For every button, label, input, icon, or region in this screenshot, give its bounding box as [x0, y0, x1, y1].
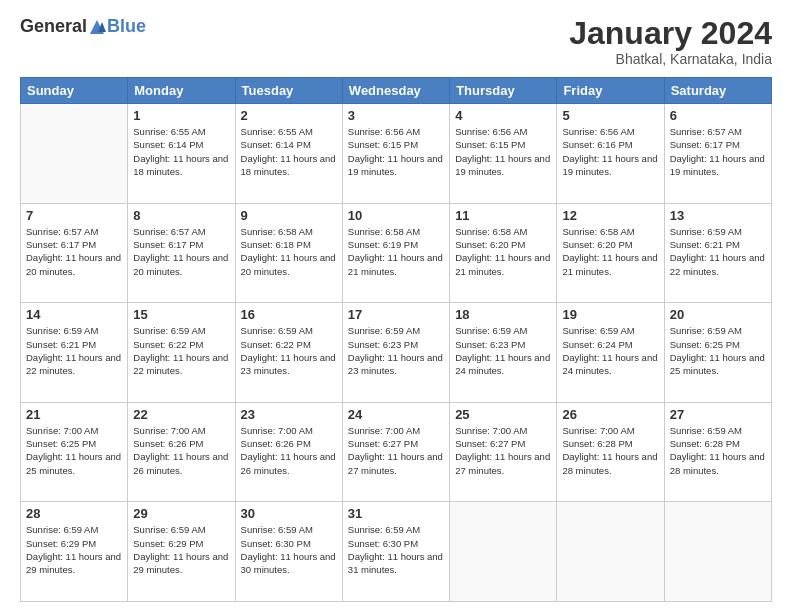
weekday-header: Thursday [450, 78, 557, 104]
day-info: Sunrise: 6:56 AMSunset: 6:16 PMDaylight:… [562, 125, 658, 178]
calendar-cell: 20Sunrise: 6:59 AMSunset: 6:25 PMDayligh… [664, 303, 771, 403]
day-number: 7 [26, 208, 122, 223]
day-number: 14 [26, 307, 122, 322]
calendar-cell: 18Sunrise: 6:59 AMSunset: 6:23 PMDayligh… [450, 303, 557, 403]
header: General Blue January 2024 Bhatkal, Karna… [20, 16, 772, 67]
day-info: Sunrise: 6:57 AMSunset: 6:17 PMDaylight:… [670, 125, 766, 178]
day-number: 16 [241, 307, 337, 322]
day-info: Sunrise: 6:59 AMSunset: 6:29 PMDaylight:… [26, 523, 122, 576]
day-info: Sunrise: 6:57 AMSunset: 6:17 PMDaylight:… [26, 225, 122, 278]
day-number: 6 [670, 108, 766, 123]
logo-blue-text: Blue [107, 16, 146, 37]
location-subtitle: Bhatkal, Karnataka, India [569, 51, 772, 67]
day-number: 26 [562, 407, 658, 422]
day-number: 20 [670, 307, 766, 322]
calendar-cell: 28Sunrise: 6:59 AMSunset: 6:29 PMDayligh… [21, 502, 128, 602]
day-info: Sunrise: 6:59 AMSunset: 6:30 PMDaylight:… [241, 523, 337, 576]
day-number: 11 [455, 208, 551, 223]
day-number: 17 [348, 307, 444, 322]
day-number: 30 [241, 506, 337, 521]
day-info: Sunrise: 6:59 AMSunset: 6:29 PMDaylight:… [133, 523, 229, 576]
logo-general-text: General [20, 16, 87, 37]
calendar-cell [21, 104, 128, 204]
day-info: Sunrise: 6:58 AMSunset: 6:20 PMDaylight:… [562, 225, 658, 278]
calendar-cell: 8Sunrise: 6:57 AMSunset: 6:17 PMDaylight… [128, 203, 235, 303]
calendar-cell: 30Sunrise: 6:59 AMSunset: 6:30 PMDayligh… [235, 502, 342, 602]
day-number: 25 [455, 407, 551, 422]
day-number: 5 [562, 108, 658, 123]
day-info: Sunrise: 7:00 AMSunset: 6:25 PMDaylight:… [26, 424, 122, 477]
day-number: 31 [348, 506, 444, 521]
day-info: Sunrise: 6:55 AMSunset: 6:14 PMDaylight:… [133, 125, 229, 178]
calendar-cell: 25Sunrise: 7:00 AMSunset: 6:27 PMDayligh… [450, 402, 557, 502]
calendar-cell: 23Sunrise: 7:00 AMSunset: 6:26 PMDayligh… [235, 402, 342, 502]
day-info: Sunrise: 6:58 AMSunset: 6:20 PMDaylight:… [455, 225, 551, 278]
day-info: Sunrise: 6:59 AMSunset: 6:21 PMDaylight:… [26, 324, 122, 377]
day-number: 24 [348, 407, 444, 422]
day-info: Sunrise: 6:55 AMSunset: 6:14 PMDaylight:… [241, 125, 337, 178]
calendar-cell: 19Sunrise: 6:59 AMSunset: 6:24 PMDayligh… [557, 303, 664, 403]
weekday-header: Saturday [664, 78, 771, 104]
calendar-cell: 24Sunrise: 7:00 AMSunset: 6:27 PMDayligh… [342, 402, 449, 502]
day-info: Sunrise: 7:00 AMSunset: 6:26 PMDaylight:… [241, 424, 337, 477]
weekday-header: Monday [128, 78, 235, 104]
calendar-cell: 17Sunrise: 6:59 AMSunset: 6:23 PMDayligh… [342, 303, 449, 403]
day-number: 23 [241, 407, 337, 422]
calendar-cell: 12Sunrise: 6:58 AMSunset: 6:20 PMDayligh… [557, 203, 664, 303]
calendar-cell [450, 502, 557, 602]
calendar-cell: 14Sunrise: 6:59 AMSunset: 6:21 PMDayligh… [21, 303, 128, 403]
day-number: 9 [241, 208, 337, 223]
weekday-header: Wednesday [342, 78, 449, 104]
weekday-header-row: SundayMondayTuesdayWednesdayThursdayFrid… [21, 78, 772, 104]
day-number: 18 [455, 307, 551, 322]
day-number: 29 [133, 506, 229, 521]
day-info: Sunrise: 6:59 AMSunset: 6:23 PMDaylight:… [455, 324, 551, 377]
calendar-cell: 6Sunrise: 6:57 AMSunset: 6:17 PMDaylight… [664, 104, 771, 204]
calendar-cell: 11Sunrise: 6:58 AMSunset: 6:20 PMDayligh… [450, 203, 557, 303]
day-number: 13 [670, 208, 766, 223]
day-info: Sunrise: 6:59 AMSunset: 6:25 PMDaylight:… [670, 324, 766, 377]
day-number: 10 [348, 208, 444, 223]
day-info: Sunrise: 6:56 AMSunset: 6:15 PMDaylight:… [455, 125, 551, 178]
calendar-cell [664, 502, 771, 602]
day-info: Sunrise: 6:59 AMSunset: 6:22 PMDaylight:… [133, 324, 229, 377]
day-info: Sunrise: 6:58 AMSunset: 6:18 PMDaylight:… [241, 225, 337, 278]
day-info: Sunrise: 6:59 AMSunset: 6:23 PMDaylight:… [348, 324, 444, 377]
weekday-header: Sunday [21, 78, 128, 104]
calendar-week-row: 1Sunrise: 6:55 AMSunset: 6:14 PMDaylight… [21, 104, 772, 204]
day-info: Sunrise: 7:00 AMSunset: 6:27 PMDaylight:… [348, 424, 444, 477]
calendar-cell [557, 502, 664, 602]
calendar-cell: 21Sunrise: 7:00 AMSunset: 6:25 PMDayligh… [21, 402, 128, 502]
day-info: Sunrise: 6:56 AMSunset: 6:15 PMDaylight:… [348, 125, 444, 178]
calendar-cell: 4Sunrise: 6:56 AMSunset: 6:15 PMDaylight… [450, 104, 557, 204]
day-number: 15 [133, 307, 229, 322]
day-info: Sunrise: 6:59 AMSunset: 6:24 PMDaylight:… [562, 324, 658, 377]
calendar-table: SundayMondayTuesdayWednesdayThursdayFrid… [20, 77, 772, 602]
calendar-cell: 1Sunrise: 6:55 AMSunset: 6:14 PMDaylight… [128, 104, 235, 204]
calendar-cell: 7Sunrise: 6:57 AMSunset: 6:17 PMDaylight… [21, 203, 128, 303]
day-info: Sunrise: 6:59 AMSunset: 6:22 PMDaylight:… [241, 324, 337, 377]
calendar-cell: 10Sunrise: 6:58 AMSunset: 6:19 PMDayligh… [342, 203, 449, 303]
calendar-week-row: 21Sunrise: 7:00 AMSunset: 6:25 PMDayligh… [21, 402, 772, 502]
day-info: Sunrise: 6:59 AMSunset: 6:28 PMDaylight:… [670, 424, 766, 477]
calendar-cell: 13Sunrise: 6:59 AMSunset: 6:21 PMDayligh… [664, 203, 771, 303]
calendar-cell: 2Sunrise: 6:55 AMSunset: 6:14 PMDaylight… [235, 104, 342, 204]
calendar-cell: 9Sunrise: 6:58 AMSunset: 6:18 PMDaylight… [235, 203, 342, 303]
day-number: 21 [26, 407, 122, 422]
calendar-week-row: 7Sunrise: 6:57 AMSunset: 6:17 PMDaylight… [21, 203, 772, 303]
day-info: Sunrise: 6:59 AMSunset: 6:30 PMDaylight:… [348, 523, 444, 576]
day-info: Sunrise: 7:00 AMSunset: 6:26 PMDaylight:… [133, 424, 229, 477]
day-number: 3 [348, 108, 444, 123]
calendar-week-row: 14Sunrise: 6:59 AMSunset: 6:21 PMDayligh… [21, 303, 772, 403]
day-info: Sunrise: 6:57 AMSunset: 6:17 PMDaylight:… [133, 225, 229, 278]
weekday-header: Friday [557, 78, 664, 104]
day-number: 28 [26, 506, 122, 521]
day-number: 22 [133, 407, 229, 422]
day-info: Sunrise: 6:59 AMSunset: 6:21 PMDaylight:… [670, 225, 766, 278]
weekday-header: Tuesday [235, 78, 342, 104]
calendar-cell: 22Sunrise: 7:00 AMSunset: 6:26 PMDayligh… [128, 402, 235, 502]
calendar-cell: 26Sunrise: 7:00 AMSunset: 6:28 PMDayligh… [557, 402, 664, 502]
calendar-week-row: 28Sunrise: 6:59 AMSunset: 6:29 PMDayligh… [21, 502, 772, 602]
calendar-cell: 15Sunrise: 6:59 AMSunset: 6:22 PMDayligh… [128, 303, 235, 403]
day-number: 2 [241, 108, 337, 123]
